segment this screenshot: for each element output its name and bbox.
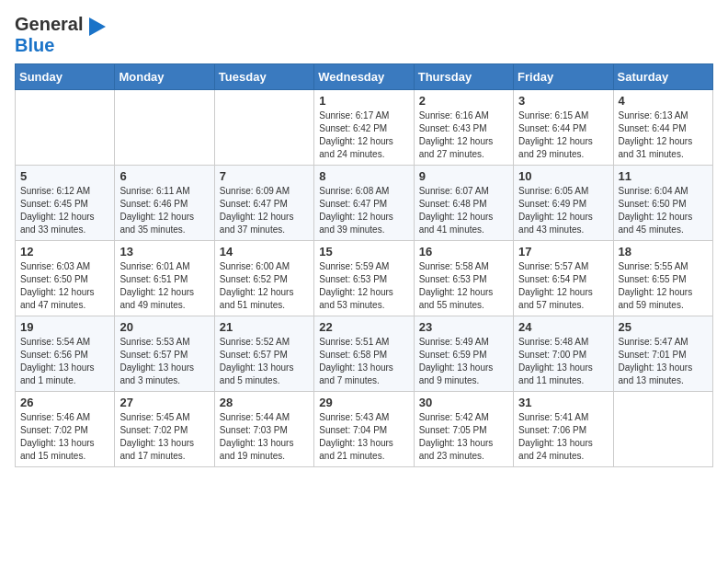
- svg-marker-0: [89, 17, 106, 36]
- weekday-header-monday: Monday: [115, 63, 214, 89]
- day-info: Sunrise: 6:17 AM Sunset: 6:42 PM Dayligh…: [319, 109, 408, 161]
- day-info: Sunrise: 6:13 AM Sunset: 6:44 PM Dayligh…: [619, 109, 708, 161]
- day-number: 20: [119, 320, 209, 334]
- day-number: 9: [419, 169, 508, 183]
- day-info: Sunrise: 5:45 AM Sunset: 7:02 PM Dayligh…: [119, 411, 209, 463]
- calendar-week-row: 1Sunrise: 6:17 AM Sunset: 6:42 PM Daylig…: [16, 89, 713, 165]
- calendar-day-cell: 26Sunrise: 5:46 AM Sunset: 7:02 PM Dayli…: [16, 391, 115, 466]
- calendar-week-row: 12Sunrise: 6:03 AM Sunset: 6:50 PM Dayli…: [16, 240, 713, 316]
- calendar-day-cell: 31Sunrise: 5:41 AM Sunset: 7:06 PM Dayli…: [514, 391, 613, 466]
- page-header: General Blue: [15, 15, 713, 54]
- calendar-week-row: 19Sunrise: 5:54 AM Sunset: 6:56 PM Dayli…: [16, 316, 713, 391]
- weekday-header-wednesday: Wednesday: [314, 63, 414, 89]
- day-number: 28: [220, 396, 309, 409]
- day-info: Sunrise: 6:07 AM Sunset: 6:48 PM Dayligh…: [419, 185, 508, 236]
- day-info: Sunrise: 5:54 AM Sunset: 6:56 PM Dayligh…: [20, 336, 109, 387]
- day-number: 13: [119, 245, 209, 259]
- logo: General Blue: [15, 15, 106, 54]
- calendar-day-cell: 16Sunrise: 5:58 AM Sunset: 6:53 PM Dayli…: [414, 240, 513, 316]
- calendar-day-cell: 30Sunrise: 5:42 AM Sunset: 7:05 PM Dayli…: [414, 391, 513, 466]
- day-info: Sunrise: 6:04 AM Sunset: 6:50 PM Dayligh…: [619, 185, 708, 236]
- calendar-day-cell: [16, 89, 115, 165]
- day-info: Sunrise: 5:57 AM Sunset: 6:54 PM Dayligh…: [518, 260, 608, 312]
- weekday-header-row: SundayMondayTuesdayWednesdayThursdayFrid…: [16, 63, 713, 89]
- day-info: Sunrise: 6:01 AM Sunset: 6:51 PM Dayligh…: [119, 260, 209, 312]
- day-number: 25: [619, 320, 708, 334]
- day-info: Sunrise: 6:00 AM Sunset: 6:52 PM Dayligh…: [220, 260, 309, 312]
- calendar-day-cell: 21Sunrise: 5:52 AM Sunset: 6:57 PM Dayli…: [214, 316, 313, 391]
- day-info: Sunrise: 5:55 AM Sunset: 6:55 PM Dayligh…: [619, 260, 708, 312]
- calendar-day-cell: 1Sunrise: 6:17 AM Sunset: 6:42 PM Daylig…: [314, 89, 414, 165]
- logo-text: General Blue: [15, 15, 106, 54]
- calendar-day-cell: 13Sunrise: 6:01 AM Sunset: 6:51 PM Dayli…: [115, 240, 214, 316]
- day-number: 22: [319, 320, 408, 334]
- calendar-day-cell: 28Sunrise: 5:44 AM Sunset: 7:03 PM Dayli…: [214, 391, 313, 466]
- day-info: Sunrise: 6:08 AM Sunset: 6:47 PM Dayligh…: [319, 185, 408, 236]
- day-info: Sunrise: 5:47 AM Sunset: 7:01 PM Dayligh…: [619, 336, 708, 387]
- calendar-day-cell: 8Sunrise: 6:08 AM Sunset: 6:47 PM Daylig…: [314, 165, 414, 240]
- day-number: 14: [220, 245, 309, 259]
- day-info: Sunrise: 6:09 AM Sunset: 6:47 PM Dayligh…: [220, 185, 309, 236]
- calendar-day-cell: 12Sunrise: 6:03 AM Sunset: 6:50 PM Dayli…: [16, 240, 115, 316]
- weekday-header-tuesday: Tuesday: [214, 63, 313, 89]
- day-info: Sunrise: 6:03 AM Sunset: 6:50 PM Dayligh…: [20, 260, 109, 312]
- calendar-day-cell: 17Sunrise: 5:57 AM Sunset: 6:54 PM Dayli…: [514, 240, 613, 316]
- day-number: 4: [619, 94, 708, 108]
- day-number: 17: [518, 245, 608, 259]
- day-number: 31: [518, 396, 608, 409]
- weekday-header-sunday: Sunday: [16, 63, 115, 89]
- calendar-day-cell: 10Sunrise: 6:05 AM Sunset: 6:49 PM Dayli…: [514, 165, 613, 240]
- calendar-week-row: 26Sunrise: 5:46 AM Sunset: 7:02 PM Dayli…: [16, 391, 713, 466]
- calendar-day-cell: 5Sunrise: 6:12 AM Sunset: 6:45 PM Daylig…: [16, 165, 115, 240]
- day-number: 15: [319, 245, 408, 259]
- calendar-day-cell: 23Sunrise: 5:49 AM Sunset: 6:59 PM Dayli…: [414, 316, 513, 391]
- calendar-day-cell: 18Sunrise: 5:55 AM Sunset: 6:55 PM Dayli…: [613, 240, 712, 316]
- day-number: 11: [619, 169, 708, 183]
- calendar-day-cell: 3Sunrise: 6:15 AM Sunset: 6:44 PM Daylig…: [514, 89, 613, 165]
- calendar-day-cell: [115, 89, 214, 165]
- day-number: 10: [518, 169, 608, 183]
- day-number: 19: [20, 320, 109, 334]
- weekday-header-friday: Friday: [514, 63, 613, 89]
- day-number: 1: [319, 94, 408, 108]
- calendar-day-cell: [214, 89, 313, 165]
- calendar-day-cell: 27Sunrise: 5:45 AM Sunset: 7:02 PM Dayli…: [115, 391, 214, 466]
- calendar-week-row: 5Sunrise: 6:12 AM Sunset: 6:45 PM Daylig…: [16, 165, 713, 240]
- day-info: Sunrise: 5:53 AM Sunset: 6:57 PM Dayligh…: [119, 336, 209, 387]
- day-number: 6: [119, 169, 209, 183]
- logo-general: General: [15, 14, 83, 34]
- logo-container: General Blue: [15, 15, 106, 54]
- day-number: 16: [419, 245, 508, 259]
- day-number: 27: [119, 396, 209, 409]
- weekday-header-saturday: Saturday: [613, 63, 712, 89]
- day-number: 24: [518, 320, 608, 334]
- day-info: Sunrise: 5:59 AM Sunset: 6:53 PM Dayligh…: [319, 260, 408, 312]
- day-number: 23: [419, 320, 508, 334]
- day-number: 5: [20, 169, 109, 183]
- day-number: 8: [319, 169, 408, 183]
- day-number: 12: [20, 245, 109, 259]
- day-info: Sunrise: 6:12 AM Sunset: 6:45 PM Dayligh…: [20, 185, 109, 236]
- calendar-table: SundayMondayTuesdayWednesdayThursdayFrid…: [15, 63, 713, 467]
- day-info: Sunrise: 5:43 AM Sunset: 7:04 PM Dayligh…: [319, 411, 408, 463]
- day-info: Sunrise: 6:15 AM Sunset: 6:44 PM Dayligh…: [518, 109, 608, 161]
- day-number: 26: [20, 396, 109, 409]
- day-number: 3: [518, 94, 608, 108]
- calendar-day-cell: 11Sunrise: 6:04 AM Sunset: 6:50 PM Dayli…: [613, 165, 712, 240]
- day-info: Sunrise: 5:49 AM Sunset: 6:59 PM Dayligh…: [419, 336, 508, 387]
- day-info: Sunrise: 5:52 AM Sunset: 6:57 PM Dayligh…: [220, 336, 309, 387]
- day-number: 7: [220, 169, 309, 183]
- day-number: 21: [220, 320, 309, 334]
- day-info: Sunrise: 6:11 AM Sunset: 6:46 PM Dayligh…: [119, 185, 209, 236]
- calendar-day-cell: 9Sunrise: 6:07 AM Sunset: 6:48 PM Daylig…: [414, 165, 513, 240]
- day-number: 18: [619, 245, 708, 259]
- calendar-day-cell: 7Sunrise: 6:09 AM Sunset: 6:47 PM Daylig…: [214, 165, 313, 240]
- logo-blue: Blue: [15, 35, 54, 55]
- day-info: Sunrise: 5:48 AM Sunset: 7:00 PM Dayligh…: [518, 336, 608, 387]
- calendar-day-cell: 6Sunrise: 6:11 AM Sunset: 6:46 PM Daylig…: [115, 165, 214, 240]
- calendar-day-cell: 19Sunrise: 5:54 AM Sunset: 6:56 PM Dayli…: [16, 316, 115, 391]
- day-info: Sunrise: 5:44 AM Sunset: 7:03 PM Dayligh…: [220, 411, 309, 463]
- calendar-day-cell: 20Sunrise: 5:53 AM Sunset: 6:57 PM Dayli…: [115, 316, 214, 391]
- calendar-day-cell: [613, 391, 712, 466]
- day-number: 30: [419, 396, 508, 409]
